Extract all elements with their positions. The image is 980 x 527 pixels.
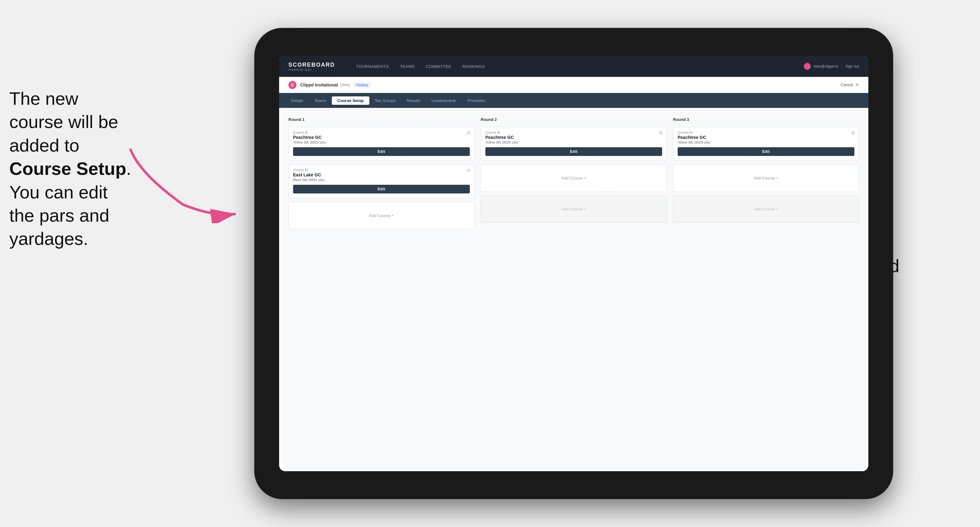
course-a-r3-info: Yellow (M) (6629 yds): [678, 140, 854, 144]
course-a-r1-name: Peachtree GC: [293, 135, 470, 140]
scoreboard-logo: SCOREBOARD Powered by clippd: [288, 62, 335, 71]
round-3-column: Round 3 ⊟ (Course A) Peachtree GC Yellow…: [673, 117, 859, 229]
nav-committee[interactable]: COMMITTEE: [420, 62, 457, 71]
edit-course-b-r1-button[interactable]: Edit: [293, 185, 470, 194]
course-b-r1-info: Black (M) (6891 yds): [293, 178, 470, 182]
tab-details[interactable]: Details: [285, 97, 309, 105]
delete-course-a-r3-icon[interactable]: ⊟: [851, 130, 855, 135]
nav-rankings[interactable]: RANKINGS: [457, 62, 490, 71]
close-icon: ✕: [855, 82, 859, 88]
round-2-column: Round 2 ⊟ (Course A) Peachtree GC Yellow…: [481, 117, 667, 229]
course-a-r3-tag: (Course A): [678, 131, 854, 134]
round-1-course-a-card: ⊟ (Course A) Peachtree GC Yellow (M) (66…: [288, 127, 474, 160]
tab-results[interactable]: Results: [401, 97, 426, 105]
course-b-r1-name: East Lake GC: [293, 172, 470, 177]
course-b-r1-tag: (Course B): [293, 168, 470, 172]
course-a-r2-info: Yellow (M) (6629 yds): [485, 140, 662, 144]
top-nav: SCOREBOARD Powered by clippd TOURNAMENTS…: [279, 56, 869, 77]
round-1-column: Round 1 ⊟ (Course A) Peachtree GC Yellow…: [288, 117, 474, 229]
tournament-name: Clippd Invitational: [300, 83, 338, 87]
course-a-r2-name: Peachtree GC: [485, 135, 662, 140]
tablet-screen: SCOREBOARD Powered by clippd TOURNAMENTS…: [279, 56, 869, 471]
round-3-label: Round 3: [673, 117, 859, 122]
add-course-r2-button[interactable]: Add Course +: [481, 164, 667, 192]
tab-bar: Details Teams Course Setup Tee Groups Re…: [279, 93, 869, 108]
arrow-left-icon: [121, 143, 245, 223]
add-course-r3-button[interactable]: Add Course +: [673, 164, 859, 192]
tab-tee-groups[interactable]: Tee Groups: [369, 97, 401, 105]
tournament-type: (Men): [340, 83, 350, 87]
course-a-r3-name: Peachtree GC: [678, 135, 854, 140]
tournament-bar: C Clippd Invitational (Men) Hosting Canc…: [279, 77, 869, 93]
delete-course-a-r1-icon[interactable]: ⊟: [467, 130, 471, 135]
round-1-course-b-card: ⊟ (Course B) East Lake GC Black (M) (689…: [288, 164, 474, 198]
logo-title: SCOREBOARD: [288, 62, 335, 68]
tab-printables[interactable]: Printables: [462, 97, 491, 105]
round-3-course-a-card: ⊟ (Course A) Peachtree GC Yellow (M) (66…: [673, 127, 859, 160]
tournament-logo: C: [288, 81, 296, 89]
nav-tournaments[interactable]: TOURNAMENTS: [350, 62, 395, 71]
user-email: blair@clippd.io: [814, 64, 838, 68]
tournament-hosting: Hosting: [354, 83, 370, 87]
edit-course-a-r1-button[interactable]: Edit: [293, 147, 470, 156]
round-2-course-a-card: ⊟ (Course A) Peachtree GC Yellow (M) (66…: [481, 127, 667, 160]
course-a-r1-tag: (Course A): [293, 131, 470, 134]
cancel-button[interactable]: Cancel ✕: [841, 82, 859, 88]
edit-course-a-r3-button[interactable]: Edit: [678, 147, 854, 156]
round-1-label: Round 1: [288, 117, 474, 122]
nav-right: blair@clippd.io | Sign out: [804, 63, 859, 70]
avatar: [804, 63, 811, 70]
edit-course-a-r2-button[interactable]: Edit: [485, 147, 662, 156]
nav-teams[interactable]: TEAMS: [395, 62, 420, 71]
course-a-r1-info: Yellow (M) (6629 yds): [293, 140, 470, 144]
rounds-grid: Round 1 ⊟ (Course A) Peachtree GC Yellow…: [288, 117, 859, 229]
delete-course-b-r1-icon[interactable]: ⊟: [467, 168, 471, 173]
main-content: Round 1 ⊟ (Course A) Peachtree GC Yellow…: [279, 108, 869, 471]
course-a-r2-tag: (Course A): [485, 131, 662, 134]
tab-leaderboards[interactable]: Leaderboards: [426, 97, 462, 105]
nav-items: TOURNAMENTS TEAMS COMMITTEE RANKINGS: [350, 62, 804, 71]
tablet-device: SCOREBOARD Powered by clippd TOURNAMENTS…: [254, 28, 893, 499]
logo-subtitle: Powered by clippd: [288, 68, 335, 71]
round-2-label: Round 2: [481, 117, 667, 122]
tab-course-setup[interactable]: Course Setup: [332, 97, 369, 105]
add-course-r1-button[interactable]: Add Course +: [288, 202, 474, 229]
delete-course-a-r2-icon[interactable]: ⊟: [659, 130, 663, 135]
tab-teams[interactable]: Teams: [309, 97, 332, 105]
annotation-left: The new course will be added to Course S…: [9, 87, 131, 251]
add-course-r2-disabled: Add Course +: [481, 195, 667, 222]
sign-out-link[interactable]: Sign out: [845, 64, 859, 68]
add-course-r3-disabled: Add Course +: [673, 195, 859, 222]
